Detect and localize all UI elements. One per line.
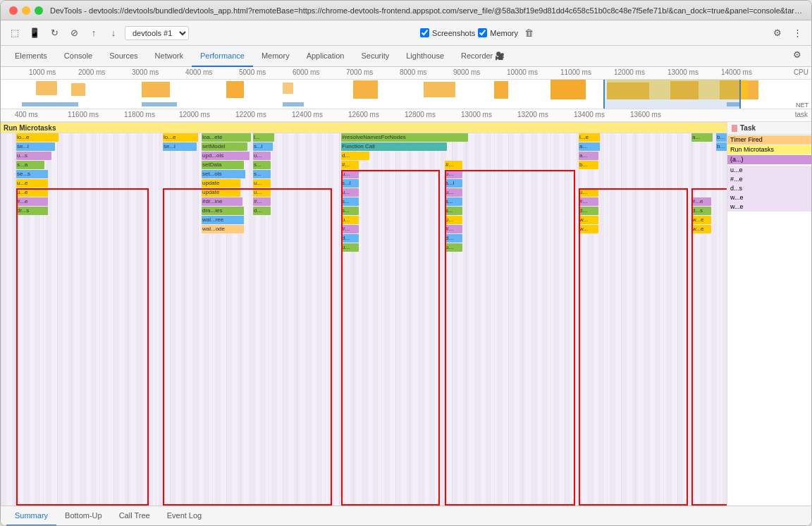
time-label-2000: 2000 ms [78,68,105,76]
dtl-12200: 12200 ms [235,111,266,118]
close-button[interactable] [9,6,18,15]
more-button[interactable]: ⋮ [789,25,806,42]
block-s-6: s... [445,207,462,215]
nav-tabs: Elements Console Sources Network Perform… [1,46,811,67]
window-title: DevTools - devtools://devtools/bundled/d… [50,6,803,15]
time-label-3000: 3000 ms [132,68,159,76]
block-wal-ode: wal...ode [202,225,244,233]
block-b-1: b... [716,133,727,142]
rp-timer-fired: Timer Fired [727,135,811,145]
block-u-10: u... [341,243,359,252]
block-l-e-right: l...e [579,133,600,142]
tab-bottom-up[interactable]: Bottom-Up [56,506,111,526]
dtl-12000: 12000 ms [179,111,210,118]
detail-time-ruler: 400 ms 11600 ms 11800 ms 12000 ms 12200 … [1,109,811,122]
reload-button[interactable]: ↻ [46,25,63,42]
block-update-1: update [202,179,240,188]
tab-memory[interactable]: Memory [253,46,298,67]
block-hash-5: #... [445,225,462,233]
tab-sources[interactable]: Sources [101,46,146,67]
inspect-button[interactable]: ⬚ [6,25,23,42]
flame-chart-main: Run Microtasks lo...e lo...e loa...ete l… [1,122,727,506]
block-lo-e-1: lo...e [16,133,59,142]
block-u-8: u... [341,216,359,224]
tab-security[interactable]: Security [352,46,398,67]
screenshots-checkbox[interactable] [420,28,429,37]
time-label-14000: 14000 ms [721,68,752,76]
tab-network[interactable]: Network [147,46,192,67]
tab-elements[interactable]: Elements [6,46,56,67]
back-button[interactable]: ↑ [85,25,102,42]
dtl-12600: 12600 ms [348,111,379,118]
net-label: NET [796,102,808,109]
block-d-2: d... [253,207,271,215]
right-panel: Task Timer Fired Run Microtasks (a...) u… [727,122,811,506]
block-u-1: u... [253,152,271,160]
block-sl: s...l [253,142,273,151]
settings-gear[interactable]: ⚙ [789,46,806,63]
block-a-2: a... [579,142,600,151]
block-lo-e-2: lo...e [163,133,198,142]
time-label-9000: 9000 ms [453,68,480,76]
block-update-2: update [202,188,240,197]
memory-checkbox[interactable] [478,28,487,37]
block-ses: se...s [16,170,48,178]
dtl-13400: 13400 ms [574,111,605,118]
block-w-2: w... [579,225,598,233]
block-se-l-1: se...l [16,142,55,151]
flame-row-5: se...s set...ols s... u... u... [1,170,727,179]
block-resolve: #resolveNamesForNodes [341,133,468,142]
block-loa-ete: loa...ete [202,133,251,142]
block-hash-1: #... [341,161,359,169]
tab-performance[interactable]: Performance [192,46,253,67]
timeline-overview[interactable]: 1000 ms 2000 ms 3000 ms 4000 ms 5000 ms … [1,67,811,109]
tab-recorder[interactable]: Recorder 🎥 [453,46,513,67]
block-u-2b: u... [445,170,462,178]
tab-event-log[interactable]: Event Log [159,506,211,526]
flame-row-1: lo...e lo...e loa...ete l... #resolveNam… [1,133,727,142]
block-setmodel: setModel [202,142,247,151]
rp-w-e: w...e [727,193,811,202]
settings-button[interactable]: ⚙ [769,25,786,42]
rp-microtask: Run Microtasks [727,145,811,154]
tab-call-tree[interactable]: Call Tree [111,506,159,526]
dtl-11600: 11600 ms [68,111,99,118]
block-hashe: #...e [16,197,48,206]
block-u-5: u... [341,188,359,197]
forward-button[interactable]: ↓ [105,25,122,42]
block-set-ols: set...ols [202,170,245,178]
block-s-4: s... [445,197,462,206]
block-b-3: b... [579,161,598,169]
clear-recording-button[interactable]: 🗑 [521,25,538,42]
tracks-area: Run Microtasks lo...e lo...e loa...ete l… [1,122,811,506]
maximize-button[interactable] [35,6,43,15]
time-label-5000: 5000 ms [239,68,266,76]
block-s-2: s... [253,170,271,178]
block-hash-3: #... [579,197,598,206]
block-sa: s...a [16,161,44,169]
rp-d-s: d...s [727,184,811,193]
tab-application[interactable]: Application [298,46,353,67]
device-selector[interactable]: devtools #1 [125,26,189,40]
time-label-13000: 13000 ms [668,68,699,76]
time-label-8000: 8000 ms [400,68,426,76]
tab-console[interactable]: Console [56,46,101,67]
flame-row-9: dr...s dra...ies d... s... s... d... d..… [1,207,727,216]
block-u-6: u... [445,188,462,197]
memory-label: Memory [490,29,518,37]
rp-hash-e: #...e [727,175,811,184]
dtl-13000: 13000 ms [461,111,492,118]
time-label-11000: 11000 ms [560,68,591,76]
mobile-button[interactable]: 📱 [26,25,43,42]
clear-button[interactable]: ⊘ [66,25,82,42]
tab-lighthouse[interactable]: Lighthouse [398,46,453,67]
flame-row-3: u...s upd...ols u... d... a... [1,152,727,161]
block-s-1: s... [253,161,271,169]
rp-u-e: u...e [727,166,811,175]
block-w-1: w... [579,216,598,224]
minimize-button[interactable] [22,6,30,15]
tab-summary[interactable]: Summary [6,506,56,526]
block-a-1: a... [691,133,713,142]
dtl-11800: 11800 ms [124,111,155,118]
time-label-12000: 12000 ms [614,68,645,76]
